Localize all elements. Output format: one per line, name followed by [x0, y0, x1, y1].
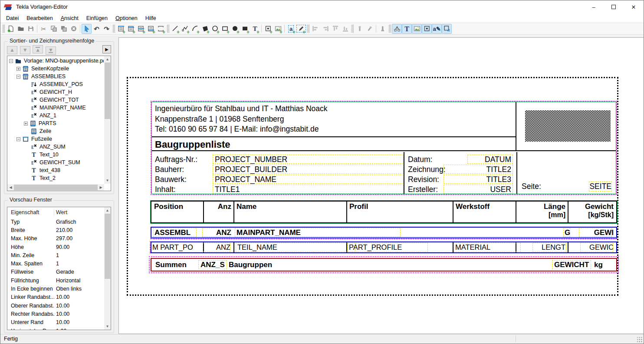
rotate-angle-button[interactable]: [365, 24, 375, 34]
tree-item-parts[interactable]: +PARTS: [7, 119, 104, 127]
collapse-icon[interactable]: −: [9, 59, 13, 63]
menu-datei[interactable]: Datei: [2, 14, 23, 23]
property-row[interactable]: Horizontales Ras...1.00: [7, 327, 104, 330]
add-row-button[interactable]: +: [136, 24, 146, 34]
property-row[interactable]: TypGrafisch: [7, 218, 104, 226]
logo-cell[interactable]: [516, 102, 616, 151]
tree-item-mainpart-name[interactable]: MAINPART_NAME: [7, 104, 104, 112]
property-row[interactable]: Max. Höhe297.00: [7, 235, 104, 243]
tree-horizontal-scrollbar[interactable]: ◀ ▶: [7, 184, 104, 191]
cut-button[interactable]: ✂: [39, 24, 49, 34]
add-header-row-button[interactable]: +: [116, 24, 126, 34]
scroll-left-icon[interactable]: ◀: [7, 184, 14, 191]
add-filled-rectangle-button[interactable]: +: [240, 24, 250, 34]
properties-vertical-scrollbar[interactable]: ▲ ▼: [104, 207, 111, 330]
tree-item-gewicht-h[interactable]: GEWICHT_H: [7, 88, 104, 96]
add-symbol-button[interactable]: +: [263, 24, 273, 34]
property-row[interactable]: Linker Randabst...10.00: [7, 293, 104, 301]
page-header-component[interactable]: Ingenieurbüro für Stahlbau und IT - Matt…: [151, 101, 617, 195]
tree-item-assemblies[interactable]: −ASSEMBLIES: [7, 73, 104, 80]
company-info-block[interactable]: Ingenieurbüro für Stahlbau und IT - Matt…: [152, 102, 516, 137]
toggle-shapes-visibility-button[interactable]: [392, 24, 402, 34]
field-value[interactable]: PROJECT_NUMBER: [215, 155, 287, 164]
open-button[interactable]: [16, 24, 26, 34]
add-rectangle-button[interactable]: +: [220, 24, 230, 34]
toggle-valuefield-visibility-button[interactable]: a✎: [432, 24, 442, 34]
tree-item-seitenkopfzeile[interactable]: +SeitenKopfzeile: [7, 65, 104, 73]
property-row[interactable]: Breite210.00: [7, 226, 104, 234]
logo-image-placeholder[interactable]: [525, 110, 611, 142]
menu-hilfe[interactable]: Hilfe: [141, 14, 160, 23]
toggle-component-visibility-button[interactable]: [442, 24, 452, 34]
menu-bearbeiten[interactable]: Bearbeiten: [23, 14, 56, 23]
collapse-icon[interactable]: −: [16, 75, 20, 79]
align-left-button[interactable]: [310, 24, 320, 34]
toggle-symbol-visibility-button[interactable]: [422, 24, 432, 34]
align-top-button[interactable]: [330, 24, 340, 34]
panel-expand-button[interactable]: ▶: [102, 45, 111, 53]
part-material-field[interactable]: MATERIAL: [455, 243, 490, 251]
part-profile-field[interactable]: PART_PROFILE: [349, 243, 402, 251]
tree-item-assembly-pos[interactable]: ASSEMBLY_POS: [7, 80, 104, 88]
new-template-button[interactable]: [6, 24, 16, 34]
tree-item-zeile[interactable]: Zeile: [7, 127, 104, 135]
property-row[interactable]: Min. Zeile1: [7, 251, 104, 259]
add-filled-circle-button[interactable]: +: [230, 24, 240, 34]
expand-icon[interactable]: +: [24, 122, 28, 126]
close-button[interactable]: ✕: [624, 0, 644, 13]
template-canvas[interactable]: Ingenieurbüro für Stahlbau und IT - Matt…: [118, 37, 644, 334]
field-value[interactable]: TITLE2: [486, 165, 511, 174]
align-right-button[interactable]: [320, 24, 330, 34]
tree-vertical-scrollbar[interactable]: ▲ ▼: [104, 56, 111, 184]
add-footer-row-button[interactable]: +: [146, 24, 156, 34]
tree-item-anz-sum[interactable]: ANZ_SUM: [7, 143, 104, 151]
field-value[interactable]: DATUM: [485, 155, 511, 164]
copy-button[interactable]: [49, 24, 59, 34]
add-polyline-button[interactable]: +: [180, 24, 190, 34]
save-button[interactable]: [26, 24, 36, 34]
sum-weight-field[interactable]: GEWICHT: [554, 261, 589, 269]
tree-item-fu-zeile[interactable]: −Fußzeile: [7, 135, 104, 143]
assembly-row[interactable]: ASSEMBLANZMAINPART_NAMEGGEWI: [151, 227, 617, 238]
delete-button[interactable]: [69, 24, 79, 34]
move-to-bottom-button[interactable]: ▼: [46, 46, 56, 55]
add-circle-button[interactable]: +: [210, 24, 220, 34]
scroll-right-icon[interactable]: ▶: [98, 184, 104, 191]
tree-item-vorlage-mno-baugruppenliste-pdf[interactable]: −Vorlage: MNO-baugruppenliste.pdf: [7, 57, 104, 65]
add-line-button[interactable]: +: [170, 24, 180, 34]
scroll-up-icon[interactable]: ▲: [104, 207, 111, 214]
tree-item-gewicht-tot[interactable]: GEWICHT_TOT: [7, 96, 104, 104]
property-row[interactable]: Rechter Randabs...10.00: [7, 310, 104, 318]
prop-vscroll-thumb[interactable]: [105, 214, 110, 279]
add-page-header-row-button[interactable]: +: [126, 24, 136, 34]
tree-hscroll-thumb[interactable]: [14, 185, 98, 190]
move-down-button[interactable]: ▼: [20, 46, 30, 54]
rotate-90-button[interactable]: [378, 24, 388, 34]
sum-row[interactable]: SummenANZ_SBaugruppenGEWICHTkg: [151, 258, 617, 271]
tree-item-anz-1[interactable]: ANZ_1: [7, 112, 104, 119]
document-title[interactable]: Baugruppenliste: [152, 138, 516, 151]
paste-button[interactable]: [59, 24, 69, 34]
menu-einfgen[interactable]: Einfügen: [82, 14, 112, 23]
select-tool-button[interactable]: [82, 24, 92, 34]
scroll-up-icon[interactable]: ▲: [104, 56, 111, 63]
move-to-top-button[interactable]: ▲: [33, 45, 43, 53]
parts-row[interactable]: M PART_POANZTEIL_NAMEPART_PROFILEMATERIA…: [151, 241, 617, 253]
table-header-row[interactable]: PositionAnzNameProfilWerkstoffLänge[mm]G…: [151, 201, 617, 223]
field-value[interactable]: TITLE1: [215, 185, 240, 194]
add-text-button[interactable]: T+: [250, 24, 260, 34]
tree-item-text-10[interactable]: TText_10: [7, 151, 104, 159]
add-empty-row-button[interactable]: +: [156, 24, 166, 34]
add-value-field-button[interactable]: a+: [286, 24, 296, 34]
toggle-text-visibility-button[interactable]: T: [402, 24, 412, 34]
redo-button[interactable]: ↷: [102, 24, 112, 34]
property-row[interactable]: Unterer Rand10.00: [7, 318, 104, 327]
property-row[interactable]: Oberer Randabst...10.00: [7, 301, 104, 310]
scroll-down-icon[interactable]: ▼: [104, 323, 111, 330]
page-field-value[interactable]: SEITE: [589, 182, 611, 191]
scroll-down-icon[interactable]: ▼: [104, 177, 111, 184]
field-value[interactable]: USER: [490, 185, 511, 194]
menu-optionen[interactable]: Optionen: [112, 14, 141, 23]
add-formula-button[interactable]: +: [296, 24, 306, 34]
property-row[interactable]: Max. Spalten1: [7, 259, 104, 268]
